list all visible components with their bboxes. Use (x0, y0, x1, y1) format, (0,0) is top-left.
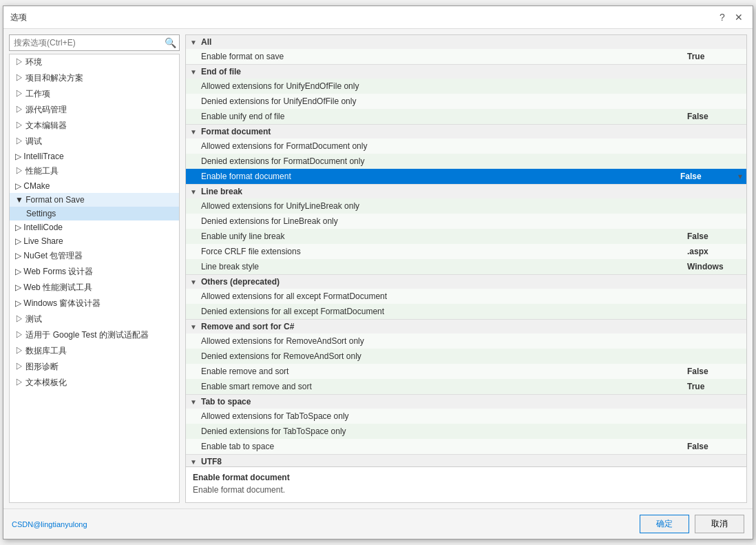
section-endoffile: ▼End of fileAllowed extensions for Unify… (186, 65, 746, 125)
dialog-title: 选项 (10, 12, 27, 23)
row-label: Line break style (201, 262, 687, 271)
tree-item-nuget[interactable]: ▷ NuGet 包管理器 (10, 248, 179, 264)
tree-item-settings[interactable]: Settings (10, 207, 179, 220)
section-label-removesort: Remove and sort for C# (201, 322, 294, 331)
tree-item-webperf[interactable]: ▷ Web 性能测试工具 (10, 280, 179, 296)
section-label-linebreak: Line break (201, 187, 242, 196)
settings-row: Line break styleWindows (186, 259, 746, 274)
section-header-endoffile[interactable]: ▼End of file (186, 65, 746, 79)
section-header-removesort[interactable]: ▼Remove and sort for C# (186, 320, 746, 333)
section-label-tabtospace: Tab to space (201, 397, 251, 407)
section-label-formatdoc: Format document (201, 127, 271, 136)
tree-item-webforms[interactable]: ▷ Web Forms 设计器 (10, 264, 179, 280)
search-input[interactable] (12, 37, 165, 49)
tree-item-debug[interactable]: ▷ 调试 (10, 134, 179, 150)
row-label: Allowed extensions for FormatDocument on… (201, 141, 687, 151)
settings-row: Denied extensions for LineBreak only (186, 214, 746, 229)
settings-row: Enable remove and sortFalse (186, 364, 746, 379)
settings-row: Allowed extensions for UnifyLineBreak on… (186, 198, 746, 214)
search-icon: 🔍 (165, 37, 176, 48)
tree-item-perf[interactable]: ▷ 性能工具 (10, 163, 179, 179)
section-arrow-removesort: ▼ (190, 323, 198, 331)
tree-item-source[interactable]: ▷ 源代码管理 (10, 102, 179, 118)
row-label: Denied extensions for all except FormatD… (201, 307, 687, 316)
row-value: False (687, 367, 742, 376)
tree-item-env[interactable]: ▷ 环境 (10, 54, 179, 70)
section-header-others[interactable]: ▼Others (deprecated) (186, 275, 746, 289)
settings-row[interactable]: Enable format documentFalse▾ (186, 169, 746, 184)
tree-item-test[interactable]: ▷ 测试 (10, 311, 179, 327)
tree-item-dbtool[interactable]: ▷ 数据库工具 (10, 343, 179, 359)
section-others: ▼Others (deprecated)Allowed extensions f… (186, 275, 746, 320)
tree-item-intellicode[interactable]: ▷ IntelliCode (10, 220, 179, 234)
settings-row: Enable format on saveTrue (186, 49, 746, 64)
section-arrow-all: ▼ (190, 39, 198, 46)
section-header-all[interactable]: ▼All (186, 35, 746, 49)
tree-item-winforms[interactable]: ▷ Windows 窗体设计器 (10, 296, 179, 311)
cancel-button[interactable]: 取消 (695, 515, 744, 533)
tree-item-graph[interactable]: ▷ 图形诊断 (10, 359, 179, 375)
section-header-linebreak[interactable]: ▼Line break (186, 185, 746, 198)
row-label: Allowed extensions for TabToSpace only (201, 411, 687, 421)
settings-row: Enable smart remove and sortTrue (186, 379, 746, 394)
section-arrow-endoffile: ▼ (190, 68, 198, 76)
description-title: Enable format document (193, 473, 739, 482)
row-label: Allowed extensions for UnifyEndOfFile on… (201, 81, 687, 91)
close-button[interactable]: ✕ (732, 10, 746, 24)
section-label-endoffile: End of file (201, 67, 241, 76)
row-value: True (687, 52, 742, 61)
ok-button[interactable]: 确定 (640, 515, 689, 533)
row-label: Denied extensions for LineBreak only (201, 216, 687, 226)
row-label: Enable format document (201, 172, 680, 181)
section-header-formatdoc[interactable]: ▼Format document (186, 125, 746, 138)
section-tabtospace: ▼Tab to spaceAllowed extensions for TabT… (186, 395, 746, 455)
tree-item-editor[interactable]: ▷ 文本编辑器 (10, 118, 179, 134)
settings-row: Denied extensions for UnifyEndOfFile onl… (186, 94, 746, 109)
row-label: Allowed extensions for UnifyLineBreak on… (201, 201, 687, 211)
row-label: Enable unify line break (201, 232, 687, 241)
tree-item-work[interactable]: ▷ 工作项 (10, 86, 179, 102)
description-text: Enable format document. (193, 485, 739, 495)
tree-item-googletest[interactable]: ▷ 适用于 Google Test 的测试适配器 (10, 327, 179, 343)
tree-item-project[interactable]: ▷ 项目和解决方案 (10, 70, 179, 86)
section-header-tabtospace[interactable]: ▼Tab to space (186, 395, 746, 409)
row-label: Denied extensions for RemoveAndSort only (201, 351, 687, 361)
section-label-others: Others (deprecated) (201, 277, 280, 287)
title-bar-buttons: ? ✕ (715, 10, 746, 24)
settings-row: Enable unify end of fileFalse (186, 109, 746, 124)
tree-item-liveshare[interactable]: ▷ Live Share (10, 234, 179, 248)
right-panel: ▼AllEnable format on saveTrue▼End of fil… (185, 34, 747, 503)
section-arrow-utf8: ▼ (190, 458, 198, 466)
row-value: False (687, 442, 742, 451)
tree-item-template[interactable]: ▷ 文本模板化 (10, 375, 179, 391)
settings-row: Denied extensions for all except FormatD… (186, 304, 746, 319)
row-value: .aspx (687, 247, 742, 256)
row-label: Force CRLF file extensions (201, 247, 687, 256)
settings-row: Allowed extensions for TabToSpace only (186, 409, 746, 424)
row-label: Allowed extensions for RemoveAndSort onl… (201, 336, 687, 346)
section-removesort: ▼Remove and sort for C#Allowed extension… (186, 320, 746, 395)
tree-item-fos[interactable]: ▼ Format on Save (10, 193, 179, 207)
section-all: ▼AllEnable format on saveTrue (186, 35, 746, 65)
settings-row: Denied extensions for RemoveAndSort only (186, 349, 746, 364)
section-utf8: ▼UTF8Allowed extensions for ForceUtf8Wit… (186, 455, 746, 466)
row-label: Enable unify end of file (201, 112, 687, 121)
row-value: False (687, 232, 742, 241)
search-box[interactable]: 🔍 (9, 34, 180, 51)
tree-item-cmake[interactable]: ▷ CMake (10, 179, 179, 193)
row-label: Denied extensions for UnifyEndOfFile onl… (201, 96, 687, 106)
section-header-utf8[interactable]: ▼UTF8 (186, 455, 746, 466)
row-label: Denied extensions for TabToSpace only (201, 426, 687, 436)
row-label: Denied extensions for FormatDocument onl… (201, 156, 687, 166)
help-button[interactable]: ? (715, 10, 729, 24)
description-area: Enable format document Enable format doc… (186, 466, 746, 502)
section-label-utf8: UTF8 (201, 457, 222, 466)
tree-item-intelli[interactable]: ▷ IntelliTrace (10, 150, 179, 163)
settings-row: Allowed extensions for FormatDocument on… (186, 138, 746, 154)
row-label: Allowed extensions for all except Format… (201, 291, 687, 301)
tree: ▷ 环境▷ 项目和解决方案▷ 工作项▷ 源代码管理▷ 文本编辑器▷ 调试▷ In… (9, 54, 180, 503)
settings-row: Enable unify line breakFalse (186, 229, 746, 244)
dropdown-icon[interactable]: ▾ (738, 172, 742, 181)
settings-row: Allowed extensions for all except Format… (186, 289, 746, 304)
row-label: Enable remove and sort (201, 367, 687, 376)
